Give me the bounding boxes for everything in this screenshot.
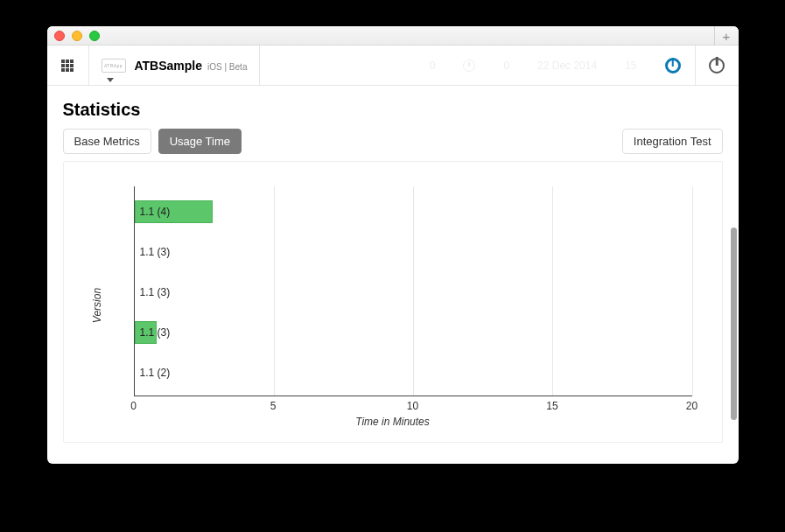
window-minimize-button[interactable] (72, 31, 82, 41)
chart-gridline (692, 186, 693, 396)
tab-base-metrics[interactable]: Base Metrics (63, 129, 151, 154)
apps-grid-button[interactable] (47, 46, 89, 86)
faded-count-b: 0 (503, 60, 509, 72)
chart-x-tick: 20 (686, 400, 697, 412)
toolbar-spacer: 0 0 22 Dec 2014 15 (260, 46, 650, 86)
power-icon (709, 58, 725, 74)
grid-icon (61, 60, 74, 72)
chart-bar-label: 1.1 (3) (140, 241, 171, 263)
faded-time: 15 (625, 60, 636, 72)
chart-bar-row: 1.1 (3) (135, 281, 692, 304)
app-platform-tag: iOS | Beta (207, 62, 247, 72)
app-selector[interactable]: ATBApp ATBSample iOS | Beta (89, 46, 261, 86)
clock-icon (463, 60, 475, 72)
chart-bar-row: 1.1 (2) (135, 361, 692, 384)
chart-bar-label: 1.1 (3) (140, 321, 171, 344)
app-name: ATBSample (135, 59, 203, 73)
chart-x-tick: 10 (407, 400, 418, 412)
faded-count-a: 0 (430, 60, 436, 72)
tab-row: Base Metrics Usage Time Integration Test (63, 129, 723, 154)
faded-date: 22 Dec 2014 (537, 60, 597, 72)
chart-x-axis-label: Time in Minutes (85, 416, 701, 428)
page-title: Statistics (63, 100, 723, 120)
refresh-button[interactable] (651, 46, 695, 86)
window-traffic-lights (54, 31, 100, 41)
chart-x-ticks: 05101520 (134, 400, 692, 412)
window-close-button[interactable] (54, 31, 65, 41)
window-maximize-button[interactable] (89, 31, 100, 41)
app-window: + ATBApp ATBSample iOS | Beta 0 0 22 D (47, 26, 739, 464)
chart-bar-label: 1.1 (2) (140, 361, 171, 384)
content-area: Statistics Base Metrics Usage Time Integ… (47, 86, 739, 464)
chart-x-tick: 5 (270, 400, 277, 412)
chart-bar-row: 1.1 (4) (135, 200, 692, 223)
chart-plot-area: 1.1 (4)1.1 (3)1.1 (3)1.1 (3)1.1 (2) (134, 186, 692, 396)
integration-test-button[interactable]: Integration Test (622, 129, 723, 154)
chart-bar-row: 1.1 (3) (135, 241, 692, 263)
scrollbar-thumb[interactable] (731, 228, 737, 420)
chart-x-tick: 15 (546, 400, 557, 412)
chart-x-tick: 0 (130, 400, 137, 412)
chart-bar-row: 1.1 (3) (135, 321, 692, 344)
toolbar-faded-status: 0 0 22 Dec 2014 15 (430, 46, 637, 86)
power-icon (665, 58, 681, 74)
chart-card: Version 1.1 (4)1.1 (3)1.1 (3)1.1 (3)1.1 … (63, 161, 723, 443)
chart-bar-label: 1.1 (4) (140, 200, 171, 223)
chevron-down-icon (107, 78, 114, 82)
main-toolbar: ATBApp ATBSample iOS | Beta 0 0 22 Dec 2… (47, 46, 739, 86)
window-titlebar[interactable]: + (47, 26, 739, 46)
logout-button[interactable] (695, 46, 739, 86)
usage-time-chart: Version 1.1 (4)1.1 (3)1.1 (3)1.1 (3)1.1 … (85, 183, 701, 428)
chart-bar-label: 1.1 (3) (140, 281, 171, 304)
new-tab-button[interactable]: + (714, 26, 739, 46)
chart-y-axis-label: Version (91, 288, 103, 323)
tab-usage-time[interactable]: Usage Time (158, 129, 242, 154)
app-icon: ATBApp (102, 59, 126, 73)
